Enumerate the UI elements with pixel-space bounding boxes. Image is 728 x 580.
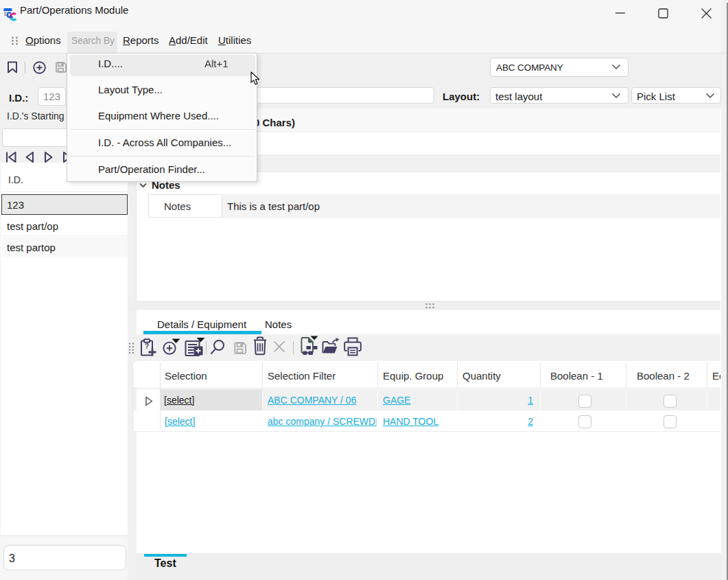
svg-text:?: ? [145,343,149,350]
